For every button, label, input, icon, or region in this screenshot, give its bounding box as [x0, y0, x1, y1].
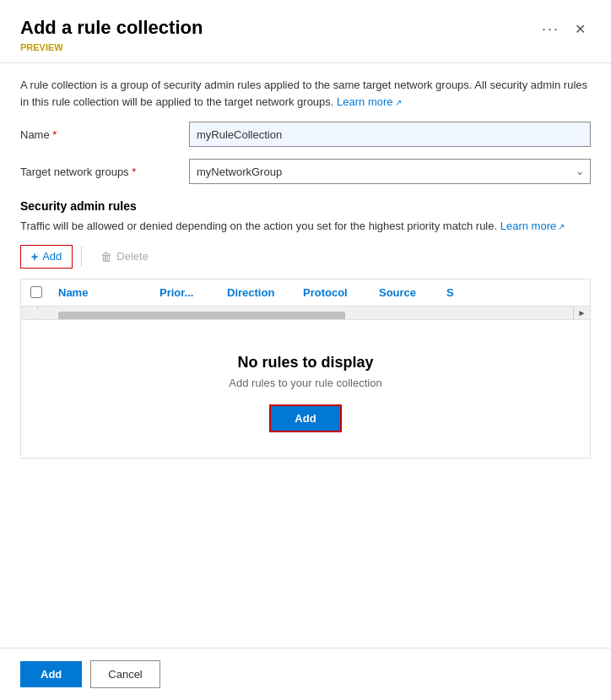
- add-rule-button-empty[interactable]: Add: [269, 404, 341, 432]
- name-input[interactable]: [189, 122, 591, 147]
- dialog-header: Add a rule collection ··· ✕: [0, 0, 611, 42]
- add-rule-button-toolbar[interactable]: + Add: [20, 245, 73, 269]
- security-rules-section-title: Security admin rules: [20, 199, 591, 213]
- col-header-source: Source: [372, 286, 440, 299]
- dialog-body: A rule collection is a group of security…: [0, 63, 611, 648]
- more-options-icon[interactable]: ···: [542, 20, 560, 38]
- external-link-icon-top: ↗: [395, 96, 402, 109]
- horizontal-scrollbar[interactable]: ◄ ►: [21, 307, 590, 320]
- col-header-priority: Prior...: [153, 286, 220, 299]
- network-group-select[interactable]: myNetworkGroup: [189, 159, 591, 184]
- scrollbar-thumb[interactable]: [58, 312, 345, 320]
- name-field-row: Name *: [20, 122, 591, 147]
- security-rules-description: Traffic will be allowed or denied depend…: [20, 218, 591, 235]
- table-header: Name Prior... Direction Protocol Source …: [21, 279, 590, 307]
- delete-rule-button[interactable]: 🗑 Delete: [90, 246, 159, 268]
- preview-label: PREVIEW: [0, 42, 611, 62]
- network-group-field-row: Target network groups * myNetworkGroup ⌄: [20, 159, 591, 184]
- dialog-title: Add a rule collection: [20, 17, 203, 39]
- name-label: Name *: [20, 128, 189, 141]
- col-header-name: Name: [51, 286, 153, 299]
- network-group-select-wrapper: myNetworkGroup ⌄: [189, 159, 591, 184]
- external-link-icon-rules: ↗: [558, 220, 565, 233]
- rules-table: Name Prior... Direction Protocol Source …: [20, 279, 591, 459]
- footer-add-button[interactable]: Add: [20, 661, 82, 687]
- plus-icon: +: [31, 250, 38, 263]
- dialog-footer: Add Cancel: [0, 648, 611, 700]
- name-required: *: [52, 128, 57, 141]
- toolbar-divider: [81, 247, 82, 267]
- network-group-label: Target network groups *: [20, 166, 189, 178]
- col-header-direction: Direction: [220, 286, 296, 299]
- rules-toolbar: + Add 🗑 Delete: [20, 245, 591, 269]
- select-all-checkbox[interactable]: [30, 286, 42, 298]
- scrollbar-track: [21, 309, 590, 317]
- empty-state-subtitle: Add rules to your rule collection: [229, 377, 381, 389]
- learn-more-link-rules[interactable]: Learn more↗: [500, 220, 565, 232]
- col-header-more: S: [440, 286, 473, 299]
- empty-state: No rules to display Add rules to your ru…: [21, 320, 590, 458]
- empty-state-title: No rules to display: [237, 354, 373, 372]
- header-actions: ··· ✕: [542, 20, 591, 38]
- network-group-required: *: [132, 166, 136, 178]
- learn-more-link-top[interactable]: Learn more↗: [337, 95, 401, 108]
- footer-cancel-button[interactable]: Cancel: [90, 660, 160, 688]
- scroll-right-icon[interactable]: ►: [573, 307, 590, 320]
- trash-icon: 🗑: [100, 250, 112, 263]
- col-header-protocol: Protocol: [296, 286, 372, 299]
- close-button[interactable]: ✕: [570, 21, 591, 38]
- description-text: A rule collection is a group of security…: [20, 77, 591, 110]
- add-rule-collection-dialog: Add a rule collection ··· ✕ PREVIEW A ru…: [0, 0, 611, 700]
- header-checkbox-cell: [21, 286, 51, 298]
